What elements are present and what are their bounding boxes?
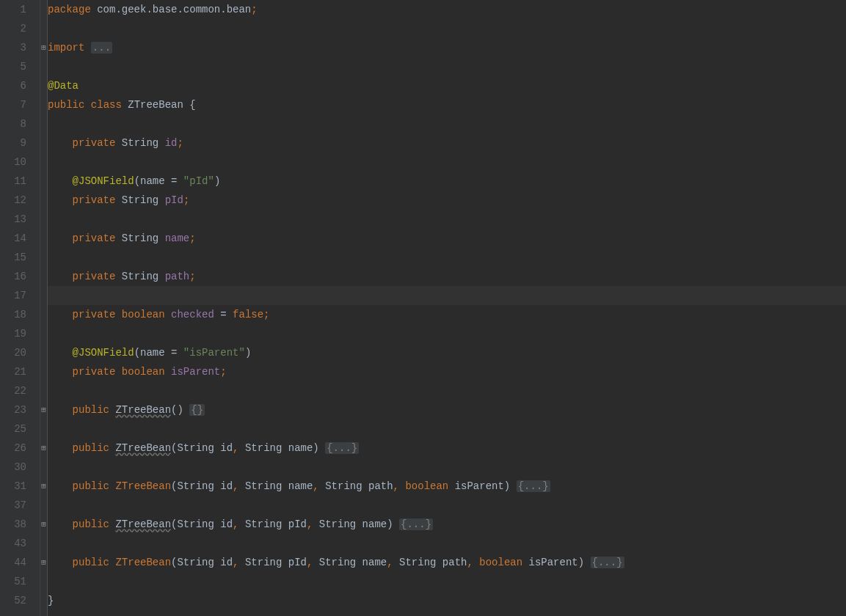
line-number: 13 <box>0 210 26 229</box>
line-number: 52 <box>0 591 26 610</box>
line-number: 17 <box>0 286 26 305</box>
code-line <box>48 324 846 343</box>
folded-region[interactable]: {...} <box>517 480 550 492</box>
code-line <box>48 572 846 591</box>
code-line: private String pId; <box>48 191 846 210</box>
line-number: 16 <box>0 267 26 286</box>
line-number: 19 <box>0 324 26 343</box>
folded-region[interactable]: ... <box>91 42 112 54</box>
folded-region[interactable]: {...} <box>591 557 624 568</box>
code-line: private String id; <box>48 133 846 153</box>
line-number: 21 <box>0 362 26 381</box>
code-line <box>48 114 846 133</box>
line-number: 44 <box>0 553 26 572</box>
line-number: 7 <box>0 95 26 114</box>
line-number: 14 <box>0 229 26 248</box>
code-line: @JSONField(name = "isParent") <box>48 343 846 362</box>
code-line: public ZTreeBean(String id, String name)… <box>48 439 846 458</box>
line-number: 20 <box>0 343 26 362</box>
code-line: private String path; <box>48 267 846 286</box>
code-line: public class ZTreeBean { <box>48 95 846 114</box>
code-line <box>48 153 846 172</box>
code-line <box>48 534 846 553</box>
code-line <box>48 458 846 477</box>
code-line <box>48 57 846 76</box>
line-number: 5 <box>0 57 26 76</box>
line-number: 37 <box>0 496 26 515</box>
code-line: private boolean isParent; <box>48 362 846 381</box>
folded-region[interactable]: {} <box>189 404 205 416</box>
fold-expand-icon[interactable]: ⊞ <box>41 482 46 491</box>
fold-expand-icon[interactable]: ⊞ <box>41 520 46 529</box>
line-number: 10 <box>0 153 26 172</box>
line-number: 3 <box>0 38 26 57</box>
code-line <box>48 381 846 400</box>
code-editor[interactable]: package com.geek.base.common.bean; impor… <box>48 0 846 616</box>
code-line: package com.geek.base.common.bean; <box>48 0 846 19</box>
code-line: import ... <box>48 38 846 57</box>
fold-expand-icon[interactable]: ⊞ <box>41 558 46 567</box>
fold-expand-icon[interactable]: ⊞ <box>41 43 46 52</box>
line-number: 9 <box>0 133 26 153</box>
line-number: 1 <box>0 0 26 19</box>
line-number: 22 <box>0 381 26 400</box>
line-number: 26 <box>0 439 26 458</box>
line-number: 23 <box>0 400 26 419</box>
line-number: 25 <box>0 419 26 439</box>
code-line <box>48 419 846 439</box>
line-number: 11 <box>0 172 26 191</box>
line-number: 38 <box>0 515 26 534</box>
code-line: @Data <box>48 76 846 95</box>
line-number: 6 <box>0 76 26 95</box>
line-number-gutter: 1 2 3 5 6 7 8 9 10 11 12 13 14 15 16 17 … <box>0 0 40 616</box>
code-line: private String name; <box>48 229 846 248</box>
fold-gutter: ⊞ ⊞ ⊞ ⊞ ⊞ ⊞ <box>40 0 48 616</box>
code-line <box>48 248 846 267</box>
line-number: 2 <box>0 19 26 38</box>
code-line <box>48 19 846 38</box>
code-line <box>48 496 846 515</box>
code-line: public ZTreeBean() {} <box>48 400 846 419</box>
line-number: 15 <box>0 248 26 267</box>
folded-region[interactable]: {...} <box>325 442 359 454</box>
code-line: } <box>48 591 846 610</box>
line-number: 51 <box>0 572 26 591</box>
code-line: public ZTreeBean(String id, String name,… <box>48 477 846 496</box>
line-number: 31 <box>0 477 26 496</box>
line-number: 18 <box>0 305 26 324</box>
code-line-current <box>48 286 846 305</box>
code-line: private boolean checked = false; <box>48 305 846 324</box>
code-line: @JSONField(name = "pId") <box>48 172 846 191</box>
line-number: 12 <box>0 191 26 210</box>
line-number: 43 <box>0 534 26 553</box>
folded-region[interactable]: {...} <box>399 518 433 530</box>
line-number: 30 <box>0 458 26 477</box>
line-number: 8 <box>0 114 26 133</box>
code-line <box>48 210 846 229</box>
fold-expand-icon[interactable]: ⊞ <box>41 406 46 414</box>
code-line: public ZTreeBean(String id, String pId, … <box>48 553 846 572</box>
code-line: public ZTreeBean(String id, String pId, … <box>48 515 846 534</box>
fold-expand-icon[interactable]: ⊞ <box>41 444 46 452</box>
